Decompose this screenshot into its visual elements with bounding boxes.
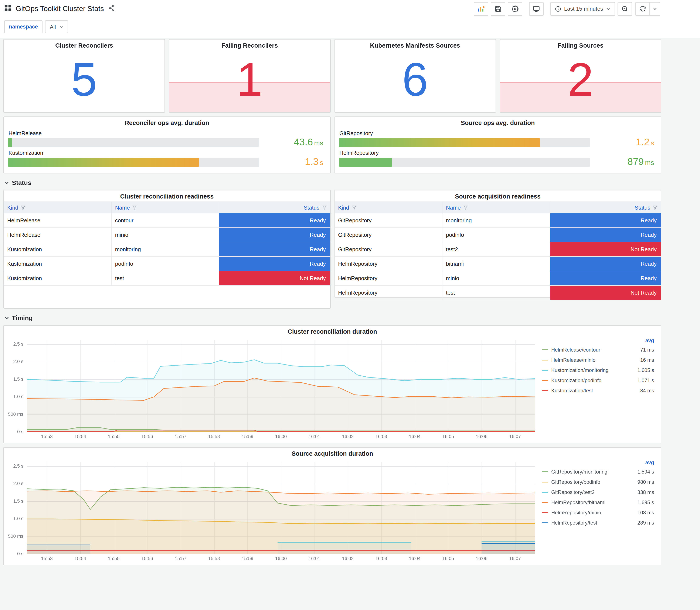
legend-item[interactable]: GitRepository/monitoring1.594 s <box>542 467 654 477</box>
panel-title[interactable]: Reconciler ops avg. duration <box>8 117 326 128</box>
zoom-out-button[interactable] <box>618 2 632 16</box>
cell-name: test <box>442 286 550 300</box>
readiness-table: Kind Name Status HelmReleasecontourReady… <box>4 202 330 286</box>
column-header-name[interactable]: Name <box>442 202 550 213</box>
add-panel-button[interactable] <box>474 2 488 16</box>
variable-selected-value: All <box>50 23 56 30</box>
refresh-button[interactable] <box>635 2 650 16</box>
table-row: HelmReleaseminioReady <box>4 228 330 242</box>
panel-cluster-reconcilers: Cluster Reconcilers 5 <box>3 39 165 113</box>
panel-failing-reconcilers: Failing Reconcilers 1 <box>169 39 331 113</box>
cell-name: minio <box>442 271 550 286</box>
status-badge: Ready <box>550 257 661 271</box>
refresh-icon <box>639 5 646 12</box>
grafana-dashboard: GitOps Toolkit Cluster Stats Last 15 min… <box>0 0 700 610</box>
save-dashboard-button[interactable] <box>491 2 505 16</box>
status-badge: Ready <box>219 257 330 271</box>
cell-status: Not Ready <box>550 242 661 257</box>
chart-legend: avgHelmRelease/contour71 msHelmRelease/m… <box>538 337 657 442</box>
legend-avg-header[interactable]: avg <box>542 337 654 345</box>
clock-icon <box>555 6 561 12</box>
series-name: HelmRelease/contour <box>551 347 600 353</box>
cell-kind: GitRepository <box>335 228 442 242</box>
status-badge: Not Ready <box>550 242 661 256</box>
series-color-dash <box>542 471 548 472</box>
series-color-dash <box>542 359 548 361</box>
time-range-picker[interactable]: Last 15 minutes <box>550 2 615 16</box>
filter-icon <box>352 205 356 210</box>
status-badge: Ready <box>550 228 661 242</box>
legend-item[interactable]: HelmRepository/minio108 ms <box>542 508 654 518</box>
legend-item[interactable]: Kustomization/podinfo1.071 s <box>542 375 654 386</box>
legend-item[interactable]: HelmRepository/bitnami1.695 s <box>542 497 654 508</box>
status-badge: Ready <box>219 228 330 242</box>
cell-kind: HelmRelease <box>4 213 112 228</box>
add-panel-icon <box>477 5 485 12</box>
series-color-dash <box>542 390 548 391</box>
dashboard-grid-icon[interactable] <box>4 4 12 13</box>
filter-icon <box>21 205 26 210</box>
legend-item[interactable]: Kustomization/test84 ms <box>542 386 654 396</box>
series-avg-value: 16 ms <box>640 357 654 363</box>
cell-name: test2 <box>442 242 550 257</box>
variable-namespace-value[interactable]: All <box>45 20 68 33</box>
table-row: KustomizationpodinfoReady <box>4 257 330 271</box>
dashboard-settings-button[interactable] <box>508 2 522 16</box>
chart-legend: avgGitRepository/monitoring1.594 sGitRep… <box>538 459 657 564</box>
section-timing[interactable]: Timing <box>3 312 661 321</box>
cell-kind: HelmRelease <box>4 228 112 242</box>
column-header-status[interactable]: Status <box>219 202 330 213</box>
share-icon[interactable] <box>108 5 115 13</box>
gear-icon <box>512 5 519 12</box>
bar-gauge-fill <box>8 138 12 147</box>
column-header-status[interactable]: Status <box>550 202 661 213</box>
legend-avg-header[interactable]: avg <box>542 459 654 467</box>
legend-item[interactable]: HelmRepository/test289 ms <box>542 518 654 528</box>
column-header-name[interactable]: Name <box>112 202 219 213</box>
gauge-value: 1.3s <box>259 157 326 167</box>
stat-value: 6 <box>335 46 495 112</box>
cell-status: Ready <box>550 257 661 271</box>
series-avg-value: 338 ms <box>637 489 654 495</box>
table-row: KustomizationtestNot Ready <box>4 271 330 286</box>
cell-status: Ready <box>550 213 661 228</box>
status-badge: Not Ready <box>550 286 661 300</box>
section-status[interactable]: Status <box>3 177 661 186</box>
column-header-kind[interactable]: Kind <box>4 202 112 213</box>
panel-title[interactable]: Source acquisition readiness <box>335 190 661 202</box>
panel-source-acquisition-readiness: Source acquisition readiness Kind Name S… <box>334 190 661 298</box>
legend-item[interactable]: GitRepository/test2338 ms <box>542 487 654 497</box>
tables-row: Cluster reconciliation readiness Kind Na… <box>3 190 661 309</box>
series-color-dash <box>542 482 548 483</box>
stat-row: Cluster Reconcilers 5 Failing Reconciler… <box>3 39 661 113</box>
legend-item[interactable]: GitRepository/podinfo980 ms <box>542 477 654 487</box>
table-row: GitRepositorymonitoringReady <box>335 213 661 228</box>
panel-title[interactable]: Cluster reconciliation duration <box>4 326 661 337</box>
bar-gauge-fill <box>8 158 199 167</box>
gauge-value: 879ms <box>590 157 657 167</box>
series-avg-value: 1.071 s <box>637 378 654 383</box>
table-row: HelmRepositorybitnamiReady <box>335 257 661 271</box>
legend-item[interactable]: HelmRelease/contour71 ms <box>542 345 654 355</box>
panel-title[interactable]: Source ops avg. duration <box>339 117 657 128</box>
bar-gauge-track <box>339 138 590 147</box>
cell-status: Ready <box>219 213 330 228</box>
legend-item[interactable]: HelmRelease/minio16 ms <box>542 355 654 365</box>
series-name: GitRepository/monitoring <box>551 469 607 475</box>
cell-status: Not Ready <box>219 271 330 286</box>
legend-item[interactable]: Kustomization/monitoring1.605 s <box>542 365 654 375</box>
filter-icon <box>463 205 468 210</box>
panel-title[interactable]: Cluster reconciliation readiness <box>4 190 330 202</box>
status-badge: Ready <box>550 271 661 285</box>
cycle-view-mode-button[interactable] <box>529 2 543 16</box>
series-color-dash <box>542 370 548 371</box>
timeseries-plot[interactable] <box>5 459 538 562</box>
panel-manifests-sources: Kubernetes Manifests Sources 6 <box>334 39 496 113</box>
cell-kind: HelmRepository <box>335 286 442 300</box>
column-header-kind[interactable]: Kind <box>335 202 442 213</box>
timeseries-plot[interactable] <box>5 337 538 440</box>
series-color-dash <box>542 349 548 351</box>
refresh-interval-dropdown[interactable] <box>650 2 660 16</box>
panel-title[interactable]: Source acquisition duration <box>4 448 661 459</box>
gauge-row: Reconciler ops avg. duration HelmRelease… <box>3 116 661 174</box>
